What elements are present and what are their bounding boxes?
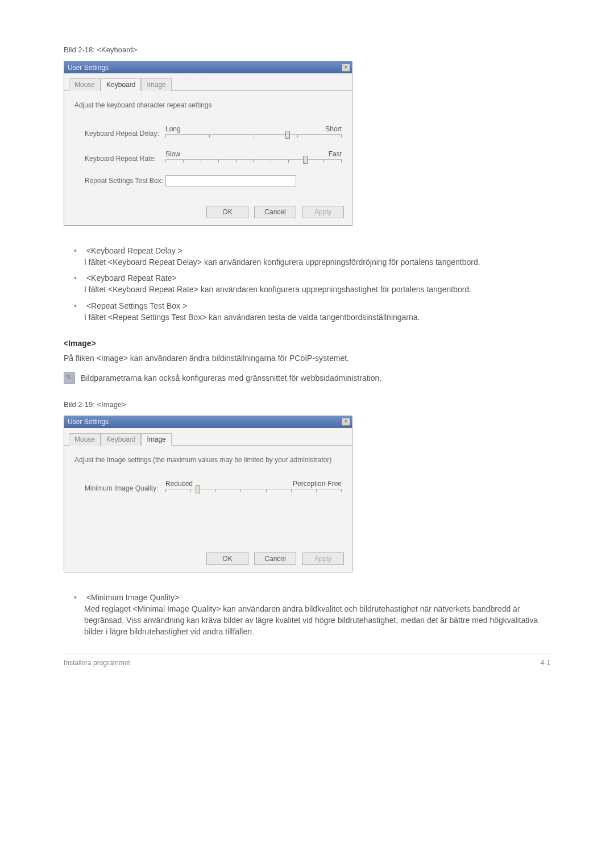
- tab-row: Mouse Keyboard Image: [64, 428, 352, 446]
- label-test-box: Repeat Settings Test Box:: [74, 177, 165, 185]
- section-heading-image: <Image>: [64, 339, 550, 348]
- slider-rate-right-label: Fast: [329, 150, 342, 158]
- slider-quality-right-label: Perception-Free: [293, 480, 342, 488]
- slider-rate-left-label: Slow: [165, 150, 180, 158]
- dialog-keyboard-settings: User Settings × Mouse Keyboard Image Adj…: [64, 61, 352, 226]
- figure-caption-1: Bild 2-18: <Keyboard>: [64, 45, 550, 54]
- note-text: Bildparametrarna kan också konfigureras …: [81, 372, 381, 384]
- list-item-body: I fältet <Keyboard Repeat Rate> kan anvä…: [84, 284, 550, 295]
- note-icon: [64, 372, 75, 384]
- repeat-test-input[interactable]: [165, 175, 296, 186]
- list-item-title: <Keyboard Repeat Delay >: [86, 246, 182, 255]
- label-min-image-quality: Minimum Image Quality:: [74, 484, 165, 492]
- dialog-image-settings: User Settings × Mouse Keyboard Image Adj…: [64, 416, 352, 572]
- slider-quality-left-label: Reduced: [165, 480, 193, 488]
- tab-keyboard[interactable]: Keyboard: [101, 433, 141, 446]
- titlebar: User Settings ×: [64, 416, 352, 428]
- tab-mouse[interactable]: Mouse: [69, 433, 101, 446]
- slider-repeat-rate[interactable]: [165, 159, 342, 167]
- window-title: User Settings: [68, 418, 109, 426]
- slider-repeat-delay[interactable]: [165, 134, 342, 142]
- section-intro-image: På fliken <Image> kan användaren ändra b…: [64, 352, 550, 364]
- list-item-title: <Minimum Image Quality>: [86, 593, 179, 602]
- cancel-button[interactable]: Cancel: [254, 553, 296, 565]
- figure-caption-2: Bild 2-19: <Image>: [64, 400, 550, 409]
- list-item-body: Med reglaget <Minimal Image Quality> kan…: [84, 603, 550, 638]
- ok-button[interactable]: OK: [206, 553, 248, 565]
- close-icon[interactable]: ×: [342, 64, 350, 72]
- footer-left: Installera programmet: [64, 659, 130, 667]
- tab-keyboard[interactable]: Keyboard: [101, 78, 141, 91]
- panel-description: Adjust the Image settings (the maximum v…: [74, 456, 342, 464]
- description-list-image: <Minimum Image Quality> Med reglaget <Mi…: [74, 593, 550, 638]
- tab-mouse[interactable]: Mouse: [69, 78, 101, 91]
- cancel-button[interactable]: Cancel: [254, 206, 296, 218]
- slider-delay-left-label: Long: [165, 125, 181, 133]
- window-title: User Settings: [68, 64, 109, 72]
- label-repeat-delay: Keyboard Repeat Delay:: [74, 130, 165, 138]
- list-item-body: I fältet <Keyboard Repeat Delay> kan anv…: [84, 256, 550, 268]
- page-footer: Installera programmet 4-1: [64, 654, 550, 667]
- list-item-title: <Repeat Settings Test Box >: [86, 301, 187, 310]
- panel-description: Adjust the keyboard character repeat set…: [74, 101, 342, 109]
- tab-row: Mouse Keyboard Image: [64, 73, 352, 91]
- apply-button[interactable]: Apply: [302, 553, 344, 565]
- label-repeat-rate: Keyboard Repeat Rate:: [74, 155, 165, 163]
- titlebar: User Settings ×: [64, 61, 352, 73]
- description-list-keyboard: <Keyboard Repeat Delay > I fältet <Keybo…: [74, 246, 550, 323]
- slider-delay-right-label: Short: [325, 125, 342, 133]
- list-item-body: I fältet <Repeat Settings Test Box> kan …: [84, 312, 550, 323]
- footer-page-number: 4-1: [541, 659, 550, 667]
- close-icon[interactable]: ×: [342, 418, 350, 426]
- ok-button[interactable]: OK: [206, 206, 248, 218]
- apply-button[interactable]: Apply: [302, 206, 344, 218]
- slider-min-image-quality[interactable]: [165, 489, 342, 497]
- tab-image[interactable]: Image: [141, 78, 171, 91]
- note-row: Bildparametrarna kan också konfigureras …: [64, 372, 550, 384]
- list-item-title: <Keyboard Repeat Rate>: [86, 273, 177, 283]
- tab-image[interactable]: Image: [141, 433, 171, 446]
